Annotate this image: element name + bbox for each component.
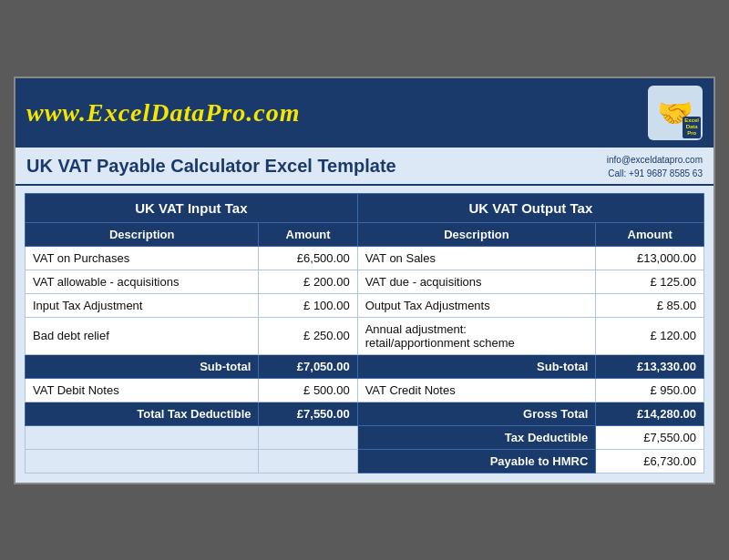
main-card: www.ExcelDataPro.com 🤝 ExcelDataPro UK V…	[14, 76, 715, 484]
logo-circle: 🤝 ExcelDataPro	[648, 86, 703, 140]
empty-cell-1	[26, 425, 259, 449]
left-desc-2: VAT allowable - acquisitions	[26, 270, 259, 293]
empty-cell-3	[26, 449, 259, 473]
output-section-label: UK VAT Output Tax	[357, 193, 703, 222]
right-desc-3: Output Tax Adjustments	[357, 293, 596, 317]
col-desc-right: Description	[357, 222, 596, 246]
email: info@exceldatapro.com	[607, 155, 703, 165]
empty-cell-2	[259, 425, 357, 449]
logo-area: 🤝 ExcelDataPro	[648, 86, 703, 140]
total-deductible-label: Total Tax Deductible	[26, 402, 259, 425]
empty-cell-4	[259, 449, 357, 473]
col-amount-left: Amount	[259, 222, 357, 246]
credit-label: VAT Credit Notes	[357, 378, 596, 402]
tax-deductible-amount: £7,550.00	[596, 425, 704, 449]
right-amount-4: £ 120.00	[596, 317, 704, 354]
right-desc-4: Annual adjustment: retail/apportionment …	[357, 317, 596, 354]
payable-amount: £6,730.00	[596, 449, 704, 473]
right-amount-3: £ 85.00	[596, 293, 704, 317]
left-desc-4: Bad debt relief	[26, 317, 259, 354]
left-desc-1: VAT on Purchases	[26, 246, 259, 270]
subtotal-row: Sub-total £7,050.00 Sub-total £13,330.00	[26, 354, 704, 378]
vat-table: UK VAT Input Tax UK VAT Output Tax Descr…	[25, 193, 704, 473]
col-desc-left: Description	[26, 222, 259, 246]
total-deductible-amount: £7,550.00	[259, 402, 357, 425]
table-row: VAT on Purchases £6,500.00 VAT on Sales …	[26, 246, 704, 270]
col-header-row: Description Amount Description Amount	[26, 222, 704, 246]
input-section-label: UK VAT Input Tax	[26, 193, 358, 222]
tax-deductible-label: Tax Deductible	[357, 425, 596, 449]
right-subtotal-label: Sub-total	[357, 354, 596, 378]
section-header-row: UK VAT Input Tax UK VAT Output Tax	[26, 193, 704, 222]
right-amount-2: £ 125.00	[596, 270, 704, 293]
right-subtotal-amount: £13,330.00	[596, 354, 704, 378]
logo-badge: ExcelDataPro	[683, 117, 701, 138]
website-title: www.ExcelDataPro.com	[26, 98, 301, 127]
left-subtotal-amount: £7,050.00	[259, 354, 357, 378]
table-row: Bad debt relief £ 250.00 Annual adjustme…	[26, 317, 704, 354]
payable-row: Payable to HMRC £6,730.00	[26, 449, 704, 473]
table-row: Input Tax Adjustment £ 100.00 Output Tax…	[26, 293, 704, 317]
sub-header: UK VAT Payable Calculator Excel Template…	[15, 148, 714, 186]
header: www.ExcelDataPro.com 🤝 ExcelDataPro	[15, 78, 714, 148]
debit-label: VAT Debit Notes	[26, 378, 259, 402]
phone: Call: +91 9687 8585 63	[608, 168, 703, 178]
table-row: VAT Debit Notes £ 500.00 VAT Credit Note…	[26, 378, 704, 402]
debit-amount: £ 500.00	[259, 378, 357, 402]
page-title: UK VAT Payable Calculator Excel Template	[26, 156, 396, 177]
credit-amount: £ 950.00	[596, 378, 704, 402]
table-row: VAT allowable - acquisitions £ 200.00 VA…	[26, 270, 704, 293]
totals-row: Total Tax Deductible £7,550.00 Gross Tot…	[26, 402, 704, 425]
left-amount-4: £ 250.00	[259, 317, 357, 354]
payable-label: Payable to HMRC	[357, 449, 596, 473]
right-amount-1: £13,000.00	[596, 246, 704, 270]
left-desc-3: Input Tax Adjustment	[26, 293, 259, 317]
table-wrap: UK VAT Input Tax UK VAT Output Tax Descr…	[15, 186, 714, 483]
right-desc-1: VAT on Sales	[357, 246, 596, 270]
left-amount-1: £6,500.00	[259, 246, 357, 270]
col-amount-right: Amount	[596, 222, 704, 246]
tax-deductible-row: Tax Deductible £7,550.00	[26, 425, 704, 449]
contact-info: info@exceldatapro.com Call: +91 9687 858…	[607, 153, 703, 180]
gross-total-label: Gross Total	[357, 402, 596, 425]
left-amount-2: £ 200.00	[259, 270, 357, 293]
left-amount-3: £ 100.00	[259, 293, 357, 317]
gross-total-amount: £14,280.00	[596, 402, 704, 425]
right-desc-2: VAT due - acquisitions	[357, 270, 596, 293]
left-subtotal-label: Sub-total	[26, 354, 259, 378]
